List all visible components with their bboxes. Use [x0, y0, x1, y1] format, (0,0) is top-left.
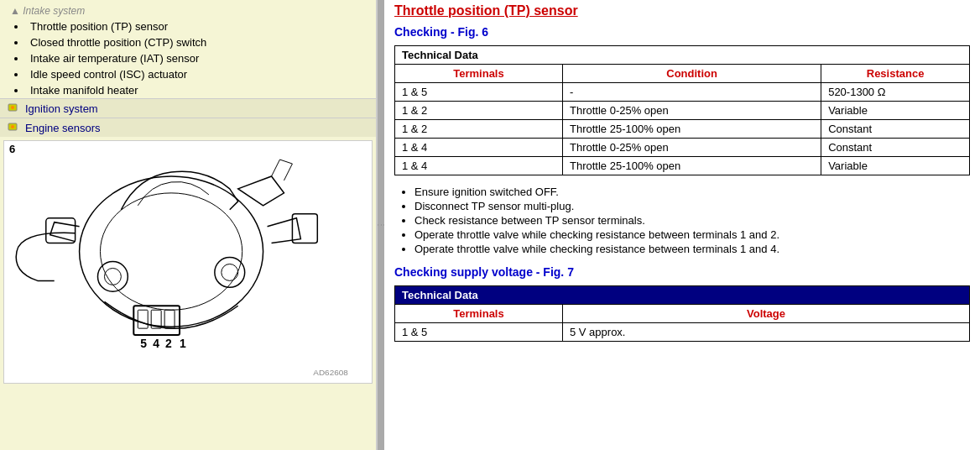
- table2-col-terminals: Terminals: [395, 305, 563, 323]
- list-item: Operate throttle valve while checking re…: [414, 228, 970, 241]
- table-row: 1 & 2Throttle 25-100% openConstant: [395, 120, 970, 139]
- technical-data-table-1: Technical Data Terminals Condition Resis…: [394, 45, 970, 175]
- checklist: Ensure ignition switched OFF.Disconnect …: [414, 186, 970, 255]
- engine-sensors-icon: [7, 121, 20, 134]
- table1-col-resistance: Resistance: [821, 65, 970, 83]
- table-row: 1 & 4Throttle 0-25% openConstant: [395, 139, 970, 157]
- page-title: Throttle position (TP) sensor: [394, 3, 970, 18]
- divider[interactable]: ⋮: [378, 0, 384, 450]
- svg-text:1: 1: [180, 337, 186, 350]
- sidebar-item-iat-sensor[interactable]: Intake air temperature (IAT) sensor: [27, 50, 376, 66]
- table2-col-voltage: Voltage: [563, 305, 970, 323]
- table2-title: Technical Data: [395, 286, 970, 305]
- svg-text:5: 5: [140, 337, 147, 350]
- svg-text:2: 2: [165, 337, 172, 350]
- sidebar-item-intake-heater[interactable]: Intake manifold heater: [27, 82, 376, 98]
- sidebar-item-ctp-switch[interactable]: Closed throttle position (CTP) switch: [27, 34, 376, 50]
- sidebar-item-isc-actuator[interactable]: Idle speed control (ISC) actuator: [27, 66, 376, 82]
- main-content: Throttle position (TP) sensor Checking -…: [384, 0, 980, 450]
- sidebar: ▲ Intake system Throttle position (TP) s…: [0, 0, 378, 450]
- sidebar-scroll-indicator: ▲ Intake system: [0, 3, 376, 18]
- sidebar-item-ignition-system[interactable]: Ignition system: [0, 98, 376, 118]
- svg-text:4: 4: [153, 337, 159, 350]
- figure-label: 6: [9, 143, 15, 155]
- list-item: Ensure ignition switched OFF.: [414, 186, 970, 198]
- list-item: Disconnect TP sensor multi-plug.: [414, 200, 970, 212]
- table-row: 1 & 55 V approx.: [395, 323, 970, 342]
- technical-data-table-2: Technical Data Terminals Voltage 1 & 55 …: [394, 285, 970, 342]
- sidebar-item-tp-sensor[interactable]: Throttle position (TP) sensor: [27, 18, 376, 34]
- table-row: 1 & 5-520-1300 Ω: [395, 83, 970, 102]
- figure-diagram: 6: [3, 140, 373, 384]
- svg-point-1: [11, 106, 14, 109]
- table-row: 1 & 4Throttle 25-100% openVariable: [395, 157, 970, 175]
- table1-col-condition: Condition: [563, 65, 821, 83]
- table1-title: Technical Data: [395, 46, 970, 65]
- table-row: 1 & 2Throttle 0-25% openVariable: [395, 102, 970, 120]
- svg-text:AD62608: AD62608: [313, 368, 348, 377]
- svg-rect-4: [4, 143, 372, 381]
- engine-sensors-link[interactable]: Engine sensors: [25, 122, 101, 134]
- ignition-icon: [7, 102, 20, 115]
- sidebar-item-engine-sensors[interactable]: Engine sensors: [0, 118, 376, 137]
- list-item: Check resistance between TP sensor termi…: [414, 214, 970, 227]
- section2-heading: Checking supply voltage - Fig. 7: [394, 265, 970, 279]
- table1-col-terminals: Terminals: [395, 65, 563, 83]
- diagram-svg: 5 4 2 1 AD62608: [4, 141, 372, 383]
- list-item: Operate throttle valve while checking re…: [414, 243, 970, 255]
- ignition-system-link[interactable]: Ignition system: [25, 102, 98, 115]
- svg-point-3: [11, 125, 14, 128]
- section1-heading: Checking - Fig. 6: [394, 25, 970, 39]
